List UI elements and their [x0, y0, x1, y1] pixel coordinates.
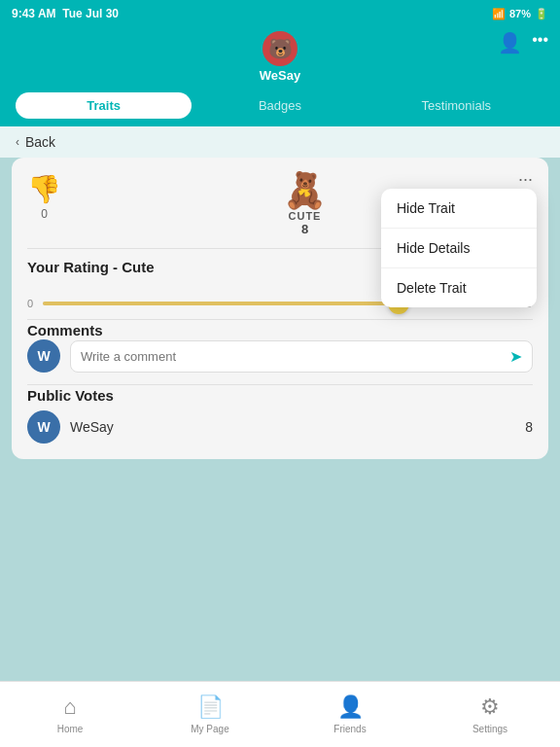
vote-avatar: W	[27, 410, 60, 444]
battery-icon: 🔋	[535, 8, 548, 20]
tab-bar: Traits Badges Testimonials	[0, 87, 560, 126]
my-page-icon: 📄	[197, 694, 224, 720]
slider-fill	[43, 302, 399, 305]
home-label: Home	[57, 724, 84, 734]
back-label: Back	[25, 134, 55, 150]
dropdown-delete-trait[interactable]: Delete Trait	[381, 268, 537, 307]
battery-percent: 87%	[509, 8, 531, 19]
nav-settings[interactable]: ⚙ Settings	[420, 687, 560, 742]
header-title: WeSay	[260, 68, 300, 83]
trait-score-label: 8	[301, 222, 308, 236]
dropdown-hide-trait[interactable]: Hide Trait	[381, 189, 537, 229]
trait-bear-icon: 🧸	[283, 173, 327, 208]
header: 🐻 WeSay 👤 •••	[0, 27, 560, 87]
friends-icon: 👤	[337, 694, 364, 720]
home-icon: ⌂	[63, 694, 76, 720]
more-options-icon[interactable]: •••	[532, 31, 548, 54]
send-icon[interactable]: ➤	[509, 347, 522, 366]
public-votes-section: Public Votes W WeSay 8	[27, 387, 533, 444]
back-bar[interactable]: ‹ Back	[0, 126, 560, 158]
header-avatar-emoji: 🐻	[268, 37, 293, 60]
status-time: 9:43 AM Tue Jul 30	[12, 7, 119, 20]
settings-icon: ⚙	[480, 694, 500, 720]
comments-section: Comments W ➤	[27, 322, 533, 373]
dropdown-menu: Hide Trait Hide Details Delete Trait	[381, 189, 537, 307]
thumb-down-area: 👎 0	[27, 173, 61, 221]
nav-home[interactable]: ⌂ Home	[0, 687, 140, 742]
wifi-icon: 📶	[492, 8, 506, 20]
tab-testimonials[interactable]: Testimonials	[368, 92, 544, 119]
dropdown-hide-details[interactable]: Hide Details	[381, 229, 537, 268]
nav-friends[interactable]: 👤 Friends	[280, 687, 420, 742]
thumb-down-icon: 👎	[27, 173, 61, 205]
vote-score: 8	[525, 419, 533, 435]
friends-label: Friends	[333, 724, 366, 734]
vote-row: W WeSay 8	[27, 410, 533, 444]
trait-name-label: CUTE	[289, 210, 322, 222]
trait-more-dots-icon[interactable]: ···	[518, 169, 533, 190]
tab-badges[interactable]: Badges	[192, 92, 368, 119]
thumb-score: 0	[41, 207, 48, 221]
back-chevron-icon: ‹	[16, 135, 19, 149]
profile-icon[interactable]: 👤	[498, 31, 522, 54]
content-card: ··· 👎 0 🧸 CUTE 8 Your Rating - Cute 8 0	[12, 158, 548, 459]
nav-my-page[interactable]: 📄 My Page	[140, 687, 280, 742]
bottom-nav: ⌂ Home 📄 My Page 👤 Friends ⚙ Settings	[0, 681, 560, 747]
slider-min-label: 0	[27, 298, 35, 309]
comment-input[interactable]	[81, 349, 509, 364]
comment-avatar: W	[27, 339, 60, 373]
tab-traits[interactable]: Traits	[16, 92, 192, 119]
public-votes-label: Public Votes	[27, 387, 114, 404]
status-bar: 9:43 AM Tue Jul 30 📶 87% 🔋	[0, 0, 560, 27]
your-rating-label: Your Rating - Cute	[27, 259, 155, 275]
settings-label: Settings	[472, 724, 508, 734]
my-page-label: My Page	[191, 724, 228, 734]
vote-name: WeSay	[70, 419, 515, 435]
comments-label: Comments	[27, 322, 103, 338]
